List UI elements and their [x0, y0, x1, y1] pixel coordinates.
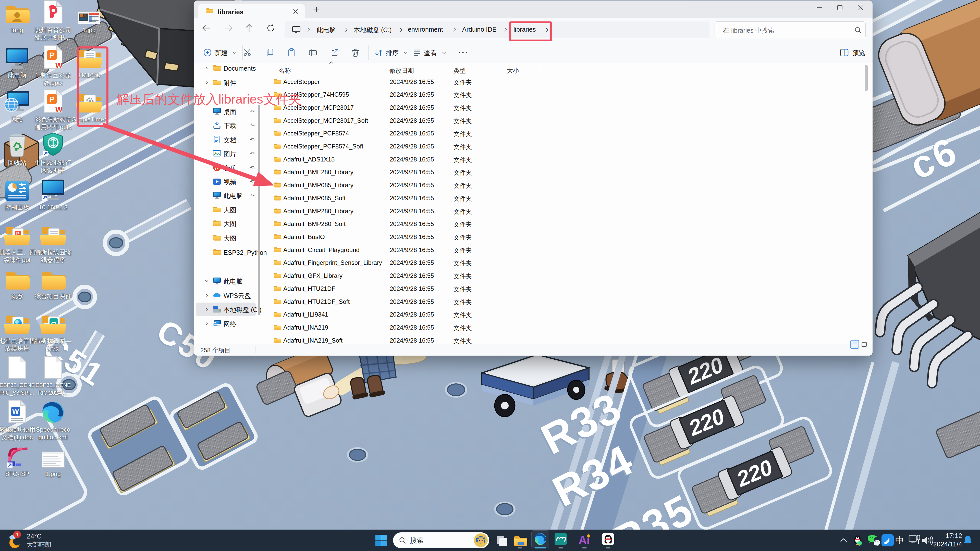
svg-text:P: P — [49, 95, 54, 103]
svg-text:W: W — [56, 105, 63, 114]
svg-text:W: W — [12, 407, 19, 415]
svg-text:W: W — [56, 61, 63, 69]
svg-text:P: P — [49, 51, 54, 59]
